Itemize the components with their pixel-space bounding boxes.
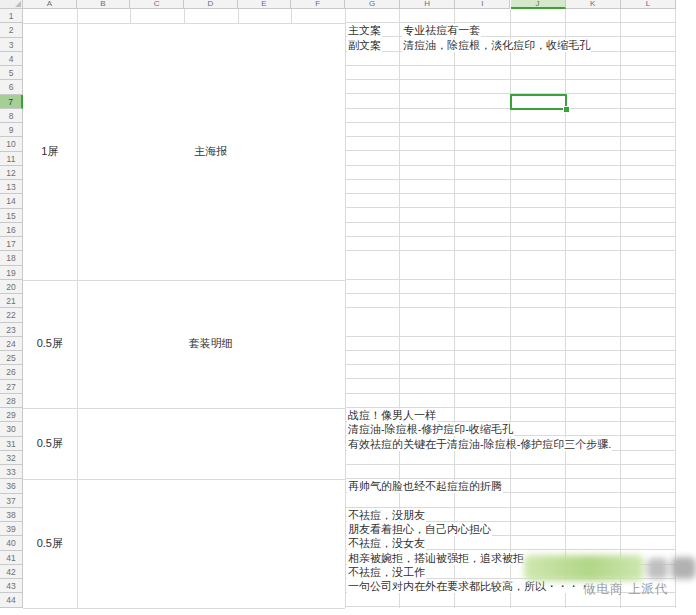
column-header-D[interactable]: D <box>184 0 238 9</box>
row-header-24[interactable]: 24 <box>0 337 23 351</box>
column-header-H[interactable]: H <box>400 0 455 9</box>
row-header-30[interactable]: 30 <box>0 422 23 436</box>
row-header-37[interactable]: 37 <box>0 494 23 508</box>
merged-cell-screen-3[interactable]: 0.5屏 <box>23 408 77 479</box>
row-header-33[interactable]: 33 <box>0 465 23 479</box>
row-header-4[interactable]: 4 <box>0 52 23 66</box>
row-header-6[interactable]: 6 <box>0 80 23 94</box>
selected-cell-cursor[interactable] <box>510 94 567 110</box>
cell-G36[interactable]: 再帅气的脸也经不起痘痘的折腾 <box>347 480 503 493</box>
merged-cell-title-3[interactable] <box>77 408 345 479</box>
row-header-38[interactable]: 38 <box>0 508 23 522</box>
fill-handle[interactable] <box>563 106 570 113</box>
spreadsheet: ABCDEFGHIJKL 123456789101112131415161718… <box>0 0 696 615</box>
cell-G42[interactable]: 不祛痘，没工作 <box>347 566 426 579</box>
row-header-14[interactable]: 14 <box>0 194 23 208</box>
row-header-36[interactable]: 36 <box>0 479 23 493</box>
cell-G39[interactable]: 朋友看着担心，自己内心担心 <box>347 523 492 536</box>
column-header-L[interactable]: L <box>621 0 676 9</box>
row-header-8[interactable]: 8 <box>0 109 23 123</box>
cell-H2[interactable]: 专业祛痘有一套 <box>402 24 481 37</box>
cell-G40[interactable]: 不祛痘，没女友 <box>347 537 426 550</box>
column-header-B[interactable]: B <box>77 0 131 9</box>
row-header-15[interactable]: 15 <box>0 209 23 223</box>
row-header-44[interactable]: 44 <box>0 593 23 607</box>
column-header-A[interactable]: A <box>23 0 77 9</box>
row-header-41[interactable]: 41 <box>0 551 23 565</box>
cell-G3[interactable]: 副文案 <box>347 39 382 52</box>
row-header-26[interactable]: 26 <box>0 365 23 379</box>
watermark-text: 做电商 上派代 <box>583 581 668 598</box>
row-header-29[interactable]: 29 <box>0 408 23 422</box>
row1-col-divider <box>291 9 292 23</box>
row1-col-divider <box>130 9 131 23</box>
column-header-E[interactable]: E <box>238 0 292 9</box>
row-header-3[interactable]: 3 <box>0 38 23 52</box>
row-header-31[interactable]: 31 <box>0 437 23 451</box>
row-header-27[interactable]: 27 <box>0 380 23 394</box>
select-all-triangle-icon <box>15 1 21 7</box>
row-header-23[interactable]: 23 <box>0 323 23 337</box>
row-header-11[interactable]: 11 <box>0 152 23 166</box>
row-header-43[interactable]: 43 <box>0 579 23 593</box>
column-header-G[interactable]: G <box>345 0 400 9</box>
cell-G31[interactable]: 有效祛痘的关键在于清痘油-除痘根-修护痘印三个步骤. <box>347 438 612 451</box>
cell-G2[interactable]: 主文案 <box>347 24 382 37</box>
column-header-I[interactable]: I <box>455 0 510 9</box>
column-header-K[interactable]: K <box>566 0 621 9</box>
row-header-18[interactable]: 18 <box>0 251 23 265</box>
watermark-gray-blob-1 <box>647 558 668 579</box>
row-header-2[interactable]: 2 <box>0 23 23 37</box>
row-header-39[interactable]: 39 <box>0 522 23 536</box>
cell-G30[interactable]: 清痘油-除痘根-修护痘印-收缩毛孔 <box>347 423 514 436</box>
row-header-22[interactable]: 22 <box>0 308 23 322</box>
row1-col-divider <box>184 9 185 23</box>
divider-colF-colG <box>345 9 346 608</box>
row-header-10[interactable]: 10 <box>0 137 23 151</box>
select-all-corner[interactable] <box>0 0 23 9</box>
row-header-12[interactable]: 12 <box>0 166 23 180</box>
row-header-32[interactable]: 32 <box>0 451 23 465</box>
row-header-42[interactable]: 42 <box>0 565 23 579</box>
watermark-green-blob <box>524 555 644 581</box>
row-header-40[interactable]: 40 <box>0 536 23 550</box>
cell-G41[interactable]: 相亲被婉拒，搭讪被强拒，追求被拒 <box>347 552 525 565</box>
row-header-28[interactable]: 28 <box>0 394 23 408</box>
row-header-7[interactable]: 7 <box>0 95 23 109</box>
column-header-F[interactable]: F <box>291 0 345 9</box>
row-header-1[interactable]: 1 <box>0 9 23 23</box>
row-header-9[interactable]: 9 <box>0 123 23 137</box>
row-header-19[interactable]: 19 <box>0 266 23 280</box>
row-header-25[interactable]: 25 <box>0 351 23 365</box>
row-header-16[interactable]: 16 <box>0 223 23 237</box>
watermark-gray-blob-2 <box>671 557 696 579</box>
column-header-C[interactable]: C <box>130 0 184 9</box>
column-header-J[interactable]: J <box>511 0 566 9</box>
cell-H3[interactable]: 清痘油，除痘根，淡化痘印，收缩毛孔 <box>402 39 591 52</box>
cell-G43[interactable]: 一句公司对内在外在要求都比较高，所以・・・・ <box>347 580 591 593</box>
row-header-5[interactable]: 5 <box>0 66 23 80</box>
merged-cell-screen-4[interactable]: 0.5屏 <box>23 479 77 607</box>
merged-cell-title-1[interactable]: 主海报 <box>77 23 345 280</box>
row-header-17[interactable]: 17 <box>0 237 23 251</box>
merged-cell-screen-2[interactable]: 0.5屏 <box>23 280 77 408</box>
cell-G38[interactable]: 不祛痘，没朋友 <box>347 509 426 522</box>
merged-cell-title-2[interactable]: 套装明细 <box>77 280 345 408</box>
row-header-20[interactable]: 20 <box>0 280 23 294</box>
section-4-bottom-border <box>23 608 345 609</box>
row-header-13[interactable]: 13 <box>0 180 23 194</box>
merged-cell-screen-1[interactable]: 1屏 <box>23 23 77 280</box>
row-header-21[interactable]: 21 <box>0 294 23 308</box>
cell-G29[interactable]: 战痘！像男人一样 <box>347 409 437 422</box>
merged-cell-title-4[interactable] <box>77 479 345 607</box>
row1-col-divider <box>238 9 239 23</box>
